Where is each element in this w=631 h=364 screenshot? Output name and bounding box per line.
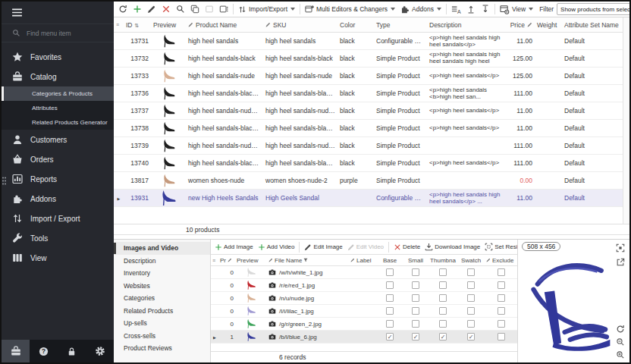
sidebar-item-addons[interactable]: Addons (2, 189, 114, 209)
sidebar-item-import-export[interactable]: Import / Export (2, 209, 114, 228)
base-checkbox[interactable] (386, 268, 394, 276)
copy-button[interactable] (188, 3, 202, 15)
thumbnail-checkbox[interactable] (439, 307, 447, 315)
store-toolbox-button[interactable] (2, 340, 30, 362)
import-export-menu[interactable]: Import/Export (236, 4, 297, 15)
delete-product-button[interactable] (159, 3, 173, 15)
images-column-header-swatch[interactable]: Swatch (457, 257, 485, 264)
product-row-13732[interactable]: 13732high heel sandals-blackhigh heel sa… (114, 50, 623, 67)
rotate-icon[interactable] (616, 325, 625, 334)
exclude-checkbox[interactable] (498, 268, 505, 276)
sidebar-item-orders[interactable]: Orders (2, 149, 114, 169)
image-row-nude-jpg[interactable]: 0/n/u/nude.jpg (211, 292, 517, 305)
hamburger-menu-button[interactable] (2, 2, 114, 24)
multi-editors-menu[interactable]: Multi Editors & Changers (303, 3, 397, 15)
exclude-checkbox[interactable] (498, 294, 505, 302)
swatch-checkbox[interactable] (467, 320, 475, 328)
product-row-13739[interactable]: 13739high heel sandals-nude-37high heel … (114, 137, 623, 155)
filter-products-select[interactable]: Show products from selected categories (557, 3, 629, 15)
settings-button[interactable] (86, 340, 114, 362)
images-column-header-file-name[interactable]: File Name (267, 257, 349, 264)
edit-product-button[interactable] (145, 3, 159, 15)
swatch-checkbox[interactable] (467, 281, 475, 289)
swatch-checkbox[interactable] (467, 294, 475, 302)
images-column-header-pr[interactable]: Pr (218, 257, 235, 264)
duplicate-button[interactable] (217, 3, 231, 15)
base-checkbox[interactable] (386, 333, 394, 340)
product-row-13738[interactable]: 13738high heel sandals-black-37high heel… (114, 120, 623, 137)
add-product-button[interactable] (130, 3, 144, 15)
thumbnail-checkbox[interactable] (439, 320, 447, 328)
expand-rows-button[interactable] (464, 3, 478, 15)
column-header-attribute-set-name[interactable]: Attribute Set Name (562, 21, 623, 29)
thumbnail-checkbox[interactable] (439, 294, 447, 302)
sidebar-item-categories-products[interactable]: Categories & Products (2, 86, 114, 101)
tab-websites[interactable]: Websites (114, 280, 210, 293)
sidebar-item-attributes[interactable]: Attributes (2, 101, 114, 115)
column-header-preview[interactable]: Preview (151, 21, 186, 29)
thumbnail-checkbox[interactable] (439, 281, 447, 289)
delete-image-button[interactable]: Delete (392, 242, 422, 253)
paste-button-disabled[interactable] (202, 3, 216, 15)
image-row-lilac-1-jpg[interactable]: 0/l/i/lilac_1.jpg (211, 305, 517, 318)
base-checkbox[interactable] (386, 307, 394, 315)
zoom-out-icon[interactable] (616, 337, 625, 347)
lock-button[interactable] (58, 340, 86, 362)
edit-video-button-disabled[interactable]: Edit Video (346, 242, 385, 253)
tab-product-reviews[interactable]: Product Reviews (114, 342, 210, 355)
base-checkbox[interactable] (386, 320, 394, 328)
column-header-id[interactable]: ID (124, 21, 151, 29)
small-checkbox[interactable] (412, 320, 419, 328)
vertical-scrollbar[interactable] (623, 17, 629, 224)
small-checkbox[interactable] (412, 294, 419, 302)
column-header-weight[interactable]: Weight (535, 21, 562, 29)
tab-categories[interactable]: Categories (114, 292, 210, 305)
image-row-white-1-jpg[interactable]: 0/w/h/white_1.jpg (211, 266, 517, 279)
images-column-header-small[interactable]: Small (403, 257, 429, 264)
exclude-checkbox[interactable] (498, 320, 505, 328)
tab-images-and-video[interactable]: Images and Video (114, 242, 210, 255)
product-row-13817[interactable]: 13817women shoes-nudewomen shoes-nude-2p… (114, 172, 623, 190)
column-header-color[interactable]: Color (337, 21, 374, 29)
open-external-icon[interactable] (616, 258, 625, 267)
add-image-button[interactable]: Add Image (213, 242, 255, 253)
small-checkbox[interactable] (412, 333, 419, 340)
base-checkbox[interactable] (386, 294, 394, 302)
swatch-checkbox[interactable] (467, 268, 475, 276)
product-row-13737[interactable]: 13737high heel sandals-nude-36high heel … (114, 102, 623, 120)
base-checkbox[interactable] (386, 281, 394, 289)
small-checkbox[interactable] (412, 281, 419, 289)
images-column-header-thumbna[interactable]: Thumbna (429, 257, 457, 264)
exclude-checkbox[interactable] (498, 333, 505, 340)
product-row-13731[interactable]: 13731high heel sandalshigh heel sandalsb… (114, 33, 623, 50)
image-row-green-2-jpg[interactable]: 0/g/r/green_2.jpg (211, 318, 517, 331)
exclude-checkbox[interactable] (498, 281, 505, 289)
column-header-product-name[interactable]: Product Name (186, 21, 263, 29)
tab-up-sells[interactable]: Up-sells (114, 317, 210, 330)
zoom-in-icon[interactable] (616, 350, 625, 359)
sidebar-item-view[interactable]: View (2, 248, 114, 268)
fit-to-screen-icon[interactable] (616, 243, 625, 253)
column-header-description[interactable]: Description (427, 21, 503, 29)
product-row-13931[interactable]: 13931new High Heels SandalsHigh Geels Sa… (114, 190, 623, 207)
image-row-red-1-jpg[interactable]: 0/r/e/red_1.jpg (211, 279, 517, 292)
sidebar-item-tools[interactable]: Tools (2, 228, 114, 248)
thumbnail-checkbox[interactable] (439, 333, 447, 340)
edit-image-button[interactable]: Edit Image (303, 242, 344, 253)
column-header-type[interactable]: Type (374, 21, 427, 29)
column-header-sku[interactable]: SKU (263, 21, 337, 29)
images-column-header-label[interactable]: Label (349, 257, 377, 264)
addons-menu[interactable]: Addons (398, 3, 444, 15)
image-row-blue-6-jpg[interactable]: 1/b/l/blue_6.jpg (211, 331, 517, 344)
product-row-13736[interactable]: 13736high heel sandals-black-36high heel… (114, 85, 623, 102)
column-header-price[interactable]: Price (503, 21, 535, 29)
product-row-13733[interactable]: 13733high heel sandals-nudehigh heel san… (114, 67, 623, 85)
help-button[interactable] (30, 340, 58, 362)
thumbnail-checkbox[interactable] (439, 268, 447, 276)
view-menu[interactable]: View (498, 3, 535, 16)
images-column-header-preview[interactable]: Preview (235, 257, 267, 264)
sidebar-item-customers[interactable]: Customers (2, 130, 114, 149)
sidebar-splitter-handle[interactable] (2, 176, 7, 186)
images-column-header-base[interactable]: Base (377, 257, 403, 264)
tab-inventory[interactable]: Inventory (114, 267, 210, 280)
